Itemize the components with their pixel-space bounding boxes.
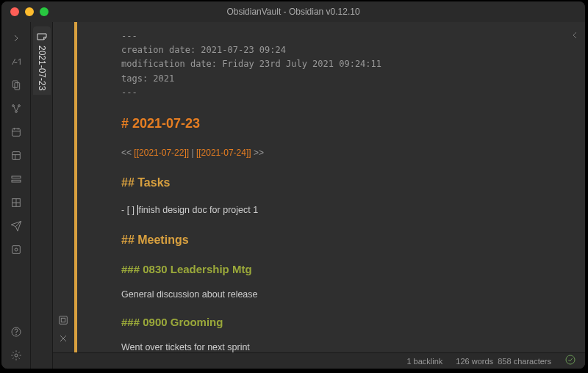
h3-text: 0830 Leadership Mtg bbox=[140, 263, 252, 275]
nav-sep: | bbox=[189, 148, 196, 158]
date-nav-line: << [[2021-07-22]] | [[2021-07-24]] >> bbox=[121, 146, 550, 160]
text-cursor bbox=[137, 205, 138, 215]
svg-rect-1 bbox=[15, 83, 20, 90]
svg-line-5 bbox=[13, 106, 15, 111]
prev-day-link[interactable]: [[2021-07-22]] bbox=[134, 148, 189, 158]
preview-toggle-icon[interactable] bbox=[6, 51, 26, 72]
close-window-button[interactable] bbox=[10, 7, 19, 16]
command-palette-icon[interactable] bbox=[6, 169, 26, 189]
h2-hash: ## bbox=[121, 233, 135, 246]
titlebar: ObsidianVault - Obsidian v0.12.10 bbox=[1, 1, 585, 22]
nav-post: >> bbox=[251, 148, 264, 158]
task-item: - [ ] finish design doc for project 1 bbox=[121, 203, 550, 217]
heading-meeting-2: ### 0900 Grooming bbox=[121, 314, 550, 331]
window-controls bbox=[1, 7, 49, 16]
template-icon[interactable] bbox=[6, 145, 26, 166]
heading-meeting-1: ### 0830 Leadership Mtg bbox=[121, 261, 550, 278]
help-icon[interactable] bbox=[6, 322, 26, 342]
maximize-window-button[interactable] bbox=[40, 7, 49, 16]
frontmatter-block: --- creation date: 2021-07-23 09:24 modi… bbox=[121, 29, 550, 100]
svg-rect-23 bbox=[60, 316, 68, 325]
h2-text: Tasks bbox=[135, 176, 171, 189]
svg-rect-19 bbox=[12, 246, 20, 254]
h2-text: Meetings bbox=[135, 233, 189, 246]
heading-meetings: ## Meetings bbox=[121, 231, 550, 250]
sync-status-icon[interactable] bbox=[564, 354, 576, 368]
h1-hash: # bbox=[121, 116, 129, 131]
frontmatter-delim-end: --- bbox=[121, 86, 550, 100]
editor-body: --- creation date: 2021-07-23 09:24 modi… bbox=[53, 22, 585, 352]
tab-label: 2021-07-23 bbox=[37, 46, 47, 90]
frontmatter-tags: tags: 2021 bbox=[121, 72, 550, 86]
task-text: finish design doc for project 1 bbox=[139, 205, 259, 215]
editor-content[interactable]: --- creation date: 2021-07-23 09:24 modi… bbox=[77, 22, 564, 352]
svg-rect-0 bbox=[12, 81, 18, 87]
h2-hash: ## bbox=[121, 176, 135, 189]
svg-point-4 bbox=[15, 111, 17, 113]
svg-point-27 bbox=[566, 355, 575, 364]
window-title: ObsidianVault - Obsidian v0.12.10 bbox=[226, 7, 359, 17]
heading-tasks: ## Tasks bbox=[121, 173, 550, 192]
status-backlinks[interactable]: 1 backlink bbox=[406, 357, 442, 366]
frontmatter-modification: modification date: Friday 23rd July 2021… bbox=[121, 57, 550, 71]
app-window: ObsidianVault - Obsidian v0.12.10 2021-0… bbox=[1, 1, 585, 369]
status-wordcount: 126 words 858 characters bbox=[456, 357, 551, 366]
link-pane-icon[interactable] bbox=[57, 314, 69, 328]
next-day-link[interactable]: [[2021-07-24]] bbox=[196, 148, 251, 158]
table-icon[interactable] bbox=[6, 192, 26, 213]
chevron-left-icon[interactable] bbox=[569, 29, 581, 44]
publish-icon[interactable] bbox=[6, 216, 26, 236]
frontmatter-creation: creation date: 2021-07-23 09:24 bbox=[121, 43, 550, 57]
h1-text: 2021-07-23 bbox=[129, 116, 200, 131]
svg-rect-7 bbox=[12, 128, 20, 136]
h3-text: 0900 Grooming bbox=[140, 316, 223, 328]
svg-rect-14 bbox=[12, 176, 21, 178]
main-area: 2021-07-23 --- creation date: 2021-07-23… bbox=[1, 22, 585, 369]
svg-point-22 bbox=[15, 354, 18, 357]
settings-icon[interactable] bbox=[6, 345, 26, 366]
frontmatter-delim: --- bbox=[121, 29, 550, 43]
svg-rect-15 bbox=[12, 180, 21, 182]
graph-icon[interactable] bbox=[6, 98, 26, 119]
pane-controls bbox=[53, 22, 74, 352]
h3-hash: ### bbox=[121, 316, 140, 328]
close-pane-icon[interactable] bbox=[57, 333, 69, 347]
chevron-right-icon[interactable] bbox=[6, 28, 26, 48]
meeting-1-body: General discussion about release bbox=[121, 287, 550, 302]
statusbar: 1 backlink 126 words 858 characters bbox=[53, 352, 585, 369]
files-icon[interactable] bbox=[6, 75, 26, 95]
task-checkbox-prefix: - [ ] bbox=[121, 205, 137, 215]
tab-strip: 2021-07-23 bbox=[31, 22, 53, 369]
svg-line-6 bbox=[16, 106, 18, 111]
svg-rect-11 bbox=[12, 152, 20, 160]
left-ribbon bbox=[1, 22, 31, 369]
editor-area: --- creation date: 2021-07-23 09:24 modi… bbox=[53, 22, 585, 369]
nav-pre: << bbox=[121, 148, 134, 158]
h3-hash: ### bbox=[121, 263, 140, 275]
svg-rect-24 bbox=[61, 318, 65, 322]
daily-note-icon[interactable] bbox=[6, 122, 26, 142]
heading-1: # 2021-07-23 bbox=[121, 113, 550, 134]
right-collapse-strip bbox=[564, 22, 585, 352]
sync-icon[interactable] bbox=[6, 239, 26, 260]
file-icon bbox=[36, 31, 48, 43]
tab-active[interactable]: 2021-07-23 bbox=[33, 26, 51, 95]
minimize-window-button[interactable] bbox=[25, 7, 34, 16]
meeting-2-body: Went over tickets for next sprint bbox=[121, 340, 550, 352]
svg-point-21 bbox=[15, 334, 16, 335]
